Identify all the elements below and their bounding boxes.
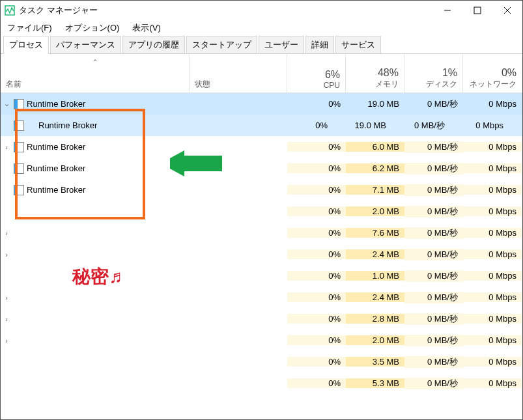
cpu-value: 0% bbox=[287, 314, 346, 324]
net-value: 0 Mbps bbox=[463, 314, 522, 324]
mem-value: 3.5 MB bbox=[346, 357, 404, 367]
menu-view[interactable]: 表示(V) bbox=[130, 21, 163, 35]
cpu-value: 0% bbox=[274, 120, 333, 130]
net-value: 0 Mbps bbox=[463, 228, 522, 238]
process-name: Runtime Broker bbox=[25, 142, 190, 152]
expand-chevron-icon[interactable]: › bbox=[1, 294, 12, 301]
menubar: ファイル(F) オプション(O) 表示(V) bbox=[1, 20, 522, 36]
process-row[interactable]: Runtime Broker0%6.2 MB0 MB/秒0 Mbps bbox=[1, 158, 522, 179]
tab-processes[interactable]: プロセス bbox=[3, 36, 49, 54]
process-icon bbox=[12, 120, 25, 131]
process-row[interactable]: Runtime Broker0%19.0 MB0 MB/秒0 Mbps bbox=[1, 115, 522, 136]
app-icon bbox=[5, 5, 15, 16]
expand-chevron-icon[interactable]: › bbox=[1, 337, 12, 344]
process-row[interactable]: Runtime Broker0%7.1 MB0 MB/秒0 Mbps bbox=[1, 179, 522, 201]
tab-performance[interactable]: パフォーマンス bbox=[50, 36, 121, 53]
mem-value: 7.1 MB bbox=[346, 185, 404, 195]
process-name: Runtime Broker bbox=[25, 185, 190, 195]
window-controls bbox=[432, 1, 522, 20]
minimize-button[interactable] bbox=[432, 1, 462, 20]
mem-value: 2.0 MB bbox=[346, 335, 404, 345]
disk-value: 0 MB/秒 bbox=[404, 356, 463, 368]
process-row[interactable]: ›0%2.8 MB0 MB/秒0 Mbps bbox=[1, 308, 522, 329]
process-icon bbox=[12, 185, 25, 195]
mem-value: 2.0 MB bbox=[346, 206, 404, 216]
cpu-value: 0% bbox=[287, 163, 346, 173]
disk-value: 0 MB/秒 bbox=[404, 206, 463, 217]
expand-chevron-icon[interactable]: ⌄ bbox=[1, 100, 12, 108]
process-row[interactable]: 0%1.0 MB0 MB/秒0 Mbps bbox=[1, 265, 522, 287]
col-name-label: 名前 bbox=[6, 79, 184, 90]
process-row[interactable]: ›Runtime Broker0%6.0 MB0 MB/秒0 Mbps bbox=[1, 136, 522, 158]
col-cpu[interactable]: 6% CPU bbox=[287, 54, 346, 92]
process-row[interactable]: ›0%7.6 MB0 MB/秒0 Mbps bbox=[1, 222, 522, 244]
col-memory[interactable]: 48% メモリ bbox=[346, 54, 404, 92]
tab-startup[interactable]: スタートアップ bbox=[186, 36, 257, 53]
mem-value: 5.3 MB bbox=[346, 378, 404, 388]
menu-file[interactable]: ファイル(F) bbox=[5, 21, 55, 35]
col-disk-label: ディスク bbox=[426, 79, 457, 90]
disk-value: 0 MB/秒 bbox=[404, 335, 463, 346]
process-row[interactable]: 0%3.5 MB0 MB/秒0 Mbps bbox=[1, 351, 522, 372]
mem-value: 19.0 MB bbox=[333, 120, 391, 130]
task-manager-window: タスク マネージャー ファイル(F) オプション(O) 表示(V) プロセス パ… bbox=[0, 0, 523, 420]
tab-history[interactable]: アプリの履歴 bbox=[122, 36, 185, 53]
process-icon bbox=[12, 142, 25, 152]
disk-value: 0 MB/秒 bbox=[404, 141, 463, 153]
menu-options[interactable]: オプション(O) bbox=[63, 21, 122, 35]
col-mem-label: メモリ bbox=[375, 79, 399, 90]
mem-value: 2.8 MB bbox=[346, 314, 404, 324]
net-value: 0 Mbps bbox=[463, 163, 522, 173]
net-value: 0 Mbps bbox=[463, 378, 522, 388]
mem-value: 2.4 MB bbox=[346, 292, 404, 302]
net-value: 0 Mbps bbox=[463, 357, 522, 367]
cpu-value: 0% bbox=[287, 99, 346, 109]
tab-services[interactable]: サービス bbox=[335, 36, 381, 53]
mem-value: 19.0 MB bbox=[346, 99, 404, 109]
col-disk[interactable]: 1% ディスク bbox=[404, 54, 463, 92]
disk-value: 0 MB/秒 bbox=[404, 313, 463, 325]
col-status[interactable]: 状態 bbox=[190, 54, 287, 92]
tab-details[interactable]: 詳細 bbox=[305, 36, 334, 53]
expand-chevron-icon[interactable]: › bbox=[1, 143, 12, 151]
process-row[interactable]: ›0%2.0 MB0 MB/秒0 Mbps bbox=[1, 329, 522, 351]
close-button[interactable] bbox=[492, 1, 522, 20]
disk-value: 0 MB/秒 bbox=[404, 184, 463, 196]
process-row[interactable]: ›0%2.4 MB0 MB/秒0 Mbps bbox=[1, 287, 522, 308]
disk-value: 0 MB/秒 bbox=[404, 270, 463, 282]
net-value: 0 Mbps bbox=[463, 206, 522, 216]
titlebar: タスク マネージャー bbox=[1, 1, 522, 20]
col-name[interactable]: ⌃ 名前 bbox=[1, 54, 190, 92]
mem-value: 6.2 MB bbox=[346, 163, 404, 173]
expand-chevron-icon[interactable]: › bbox=[1, 229, 12, 237]
cpu-value: 0% bbox=[287, 292, 346, 302]
disk-value: 0 MB/秒 bbox=[404, 292, 463, 303]
disk-value: 0 MB/秒 bbox=[404, 163, 463, 175]
maximize-button[interactable] bbox=[462, 1, 492, 20]
process-icon bbox=[12, 163, 25, 174]
process-row[interactable]: 0%2.0 MB0 MB/秒0 Mbps bbox=[1, 201, 522, 222]
process-row[interactable]: 0%5.3 MB0 MB/秒0 Mbps bbox=[1, 372, 522, 394]
net-value: 0 Mbps bbox=[463, 271, 522, 281]
cpu-total: 6% bbox=[325, 69, 340, 81]
disk-value: 0 MB/秒 bbox=[404, 98, 463, 110]
disk-value: 0 MB/秒 bbox=[404, 249, 463, 260]
mem-total: 48% bbox=[378, 67, 399, 79]
net-value: 0 Mbps bbox=[463, 142, 522, 152]
process-row[interactable]: ⌄Runtime Broker0%19.0 MB0 MB/秒0 Mbps bbox=[1, 93, 522, 115]
cpu-value: 0% bbox=[287, 249, 346, 259]
process-row[interactable]: ›0%2.4 MB0 MB/秒0 Mbps bbox=[1, 244, 522, 265]
expand-chevron-icon[interactable]: › bbox=[1, 251, 12, 259]
mem-value: 6.0 MB bbox=[346, 142, 404, 152]
cpu-value: 0% bbox=[287, 357, 346, 367]
cpu-value: 0% bbox=[287, 335, 346, 345]
net-value: 0 Mbps bbox=[463, 335, 522, 345]
col-network[interactable]: 0% ネットワーク bbox=[463, 54, 522, 92]
process-icon bbox=[12, 99, 25, 109]
process-name: Runtime Broker bbox=[25, 163, 190, 173]
expand-chevron-icon[interactable]: › bbox=[1, 315, 12, 323]
disk-value: 0 MB/秒 bbox=[391, 120, 450, 132]
tab-users[interactable]: ユーザー bbox=[259, 36, 304, 53]
sort-indicator-icon: ⌃ bbox=[92, 58, 98, 67]
window-title: タスク マネージャー bbox=[19, 5, 432, 16]
